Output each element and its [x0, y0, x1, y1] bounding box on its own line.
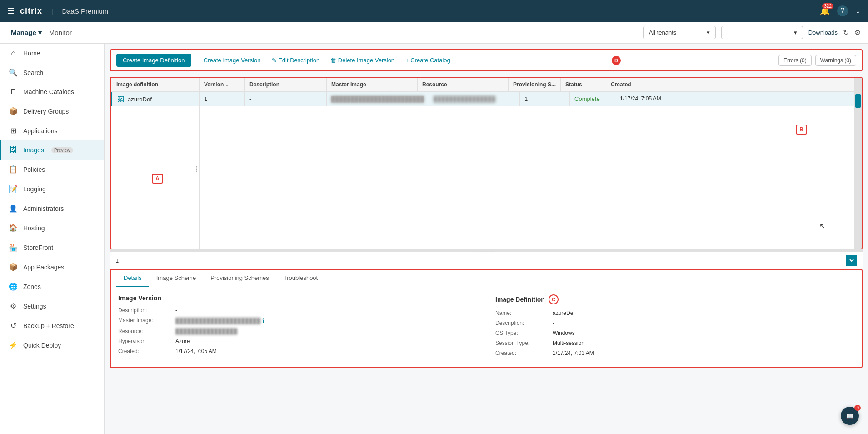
preview-badge: Preview — [51, 147, 73, 153]
sidebar-item-hosting-label: Hosting — [23, 224, 45, 232]
col-header-resource[interactable]: Resource — [418, 78, 509, 91]
def-detail-row-name: Name: azureDef — [495, 310, 854, 316]
sidebar-item-backup-restore[interactable]: ↺ Backup + Restore — [0, 316, 104, 335]
sidebar-item-app-packages[interactable]: 📦 App Packages — [0, 257, 104, 277]
second-dropdown-chevron-icon: ▾ — [794, 29, 797, 36]
table-area: Image definition 🖼 azureDef A — [110, 77, 863, 249]
pagination-expand-button[interactable] — [846, 255, 857, 266]
sidebar-item-logging[interactable]: 📝 Logging — [0, 179, 104, 199]
top-bar: ☰ citrix | DaaS Premium 🔔322 ? ⌄ — [0, 0, 868, 22]
sidebar-item-app-packages-label: App Packages — [23, 264, 64, 271]
sidebar-item-hosting[interactable]: 🏠 Hosting — [0, 218, 104, 238]
edit-description-button[interactable]: ✎ Edit Description — [268, 54, 324, 66]
storefront-icon: 🏪 — [9, 243, 18, 252]
scrollbar-thumb[interactable] — [855, 94, 861, 108]
sidebar-item-settings-label: Settings — [23, 303, 46, 310]
panel-resize-handle[interactable] — [196, 166, 197, 172]
detail-row-description: Description: - — [118, 307, 477, 314]
col-header-version[interactable]: Version ↓ — [200, 78, 245, 91]
col-header-created[interactable]: Created — [606, 78, 674, 91]
sidebar-item-settings[interactable]: ⚙ Settings — [0, 296, 104, 316]
manage-button[interactable]: Manage ▾ — [7, 27, 45, 39]
a-annotation-badge: A — [152, 174, 163, 184]
def-created-label: Created: — [495, 350, 545, 356]
delivery-groups-icon: 📦 — [9, 107, 18, 115]
tenant-select[interactable]: All tenants ▾ — [643, 26, 716, 39]
table-row[interactable]: 1 - ████████████████████████ ███████████… — [200, 92, 862, 106]
settings-icon[interactable]: ⚙ — [854, 28, 861, 37]
notification-bubble-icon: 📖 — [846, 413, 853, 419]
sidebar-item-quick-deploy[interactable]: ⚡ Quick Deploy — [0, 335, 104, 355]
def-name-label: Name: — [495, 310, 545, 316]
sidebar-item-administrators[interactable]: 👤 Administrators — [0, 199, 104, 218]
sidebar-item-policies-label: Policies — [23, 166, 45, 173]
sidebar-item-zones-label: Zones — [23, 283, 41, 290]
sidebar: ⌂ Home 🔍 Search 🖥 Machine Catalogs 📦 Del… — [0, 44, 105, 434]
tab-troubleshoot[interactable]: Troubleshoot — [276, 270, 325, 287]
errors-button[interactable]: Errors (0) — [778, 55, 812, 66]
image-def-item-azuredef[interactable]: 🖼 azureDef — [111, 92, 199, 106]
image-version-section: Image Version Description: - Master Imag… — [118, 294, 477, 360]
info-icon[interactable]: ℹ — [262, 317, 264, 324]
refresh-icon[interactable]: ↻ — [843, 28, 849, 37]
notification-bubble[interactable]: 📖 9 — [841, 407, 859, 425]
split-container: Image definition 🖼 azureDef A — [110, 77, 863, 429]
def-detail-row-session-type: Session Type: Multi-session — [495, 340, 854, 346]
tab-details[interactable]: Details — [116, 270, 149, 287]
create-image-version-button[interactable]: + Create Image Version — [195, 54, 264, 66]
pagination-bar: 1 — [110, 252, 863, 269]
bell-badge: 322 — [822, 3, 833, 9]
created-value: 1/17/24, 7:05 AM — [175, 348, 477, 354]
col-header-description[interactable]: Description — [245, 78, 327, 91]
expand-icon[interactable]: ⌄ — [855, 7, 861, 15]
downloads-button[interactable]: Downloads — [808, 29, 838, 36]
monitor-link[interactable]: Monitor — [45, 27, 75, 38]
home-icon: ⌂ — [9, 49, 18, 57]
warnings-button[interactable]: Warnings (0) — [815, 55, 856, 66]
tab-image-scheme[interactable]: Image Scheme — [149, 270, 203, 287]
create-image-definition-button[interactable]: Create Image Definition — [116, 54, 191, 67]
sidebar-item-images[interactable]: 🖼 Images Preview — [0, 140, 104, 160]
scrollbar[interactable] — [854, 78, 862, 249]
details-panel: Details Image Scheme Provisioning Scheme… — [110, 269, 863, 368]
col-header-master-image[interactable]: Master Image — [327, 78, 418, 91]
error-warnings-area: Errors (0) Warnings (0) — [778, 55, 856, 66]
resource-blurred-value: ████████████████ — [175, 328, 237, 334]
image-def-item-label: azureDef — [128, 96, 152, 103]
help-icon[interactable]: ? — [837, 5, 848, 16]
tab-provisioning-schemes[interactable]: Provisioning Schemes — [203, 270, 276, 287]
def-detail-row-os-type: OS Type: Windows — [495, 330, 854, 336]
table-header-row: Version ↓ Description Master Image Resou… — [200, 78, 862, 92]
def-detail-row-description: Description: - — [495, 320, 854, 326]
sidebar-item-zones[interactable]: 🌐 Zones — [0, 277, 104, 296]
create-catalog-button[interactable]: + Create Catalog — [402, 54, 454, 66]
td-description: - — [245, 92, 327, 106]
hamburger-menu-icon[interactable]: ☰ — [7, 6, 15, 16]
bell-icon[interactable]: 🔔322 — [820, 6, 830, 16]
def-session-type-value: Multi-session — [553, 340, 854, 346]
page-count: 1 — [115, 257, 119, 264]
left-panel-body: 🖼 azureDef A — [111, 92, 199, 246]
image-definition-section: Image Definition C Name: azureDef Descri… — [495, 294, 854, 360]
hypervisor-value: Azure — [175, 338, 477, 344]
sidebar-item-search-label: Search — [23, 69, 43, 76]
col-header-prov-s[interactable]: Provisioning S... — [509, 78, 561, 91]
sidebar-item-policies[interactable]: 📋 Policies — [0, 160, 104, 179]
sidebar-item-delivery-groups[interactable]: 📦 Delivery Groups — [0, 101, 104, 121]
logging-icon: 📝 — [9, 185, 18, 193]
sidebar-item-home[interactable]: ⌂ Home — [0, 44, 104, 63]
sidebar-item-search[interactable]: 🔍 Search — [0, 63, 104, 82]
second-dropdown[interactable]: ▾ — [721, 26, 803, 39]
delete-image-version-button[interactable]: 🗑 Delete Image Version — [327, 54, 398, 66]
backup-restore-icon: ↺ — [9, 321, 18, 330]
citrix-logo: citrix — [20, 6, 42, 16]
sidebar-item-applications[interactable]: ⊞ Applications — [0, 121, 104, 140]
image-def-item-icon: 🖼 — [118, 95, 124, 103]
sidebar-item-machine-catalogs[interactable]: 🖥 Machine Catalogs — [0, 82, 104, 101]
manage-label: Manage — [11, 29, 36, 36]
sidebar-item-storefront[interactable]: 🏪 StoreFront — [0, 238, 104, 257]
td-version: 1 — [200, 92, 245, 106]
col-header-status[interactable]: Status — [561, 78, 606, 91]
version-label: Version — [204, 81, 224, 88]
master-image-label: Master Image: — [118, 317, 168, 324]
